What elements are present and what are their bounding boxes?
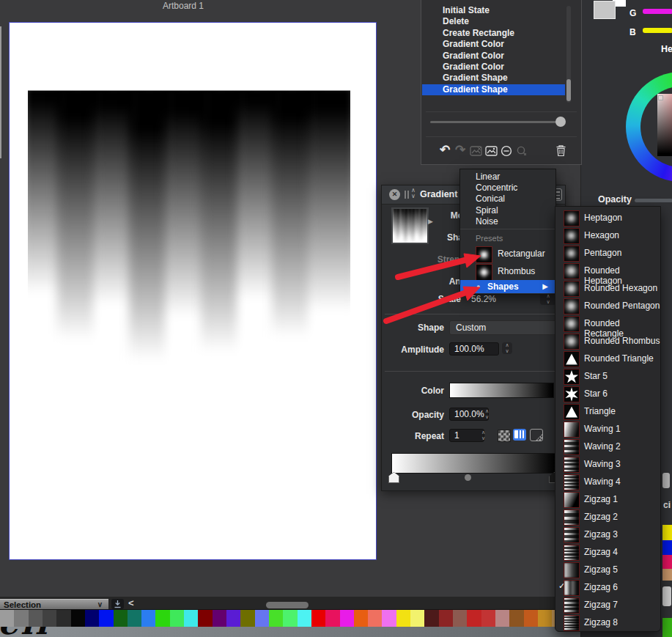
palette-swatch[interactable] xyxy=(298,610,311,627)
palette-swatch[interactable] xyxy=(170,610,184,627)
palette-swatch[interactable] xyxy=(71,610,85,627)
palette-swatch[interactable] xyxy=(538,610,552,627)
mirror-repeat-icon[interactable] xyxy=(530,429,543,441)
shapes-menu-item-star-5[interactable]: Star 5 xyxy=(555,367,660,385)
shapes-menu-item-rounded-rhombus[interactable]: Rounded Rhombus xyxy=(555,332,660,350)
shapes-menu-item-zigzag-4[interactable]: Zigzag 4 xyxy=(555,543,660,561)
undo-button[interactable]: ↶ xyxy=(438,144,451,157)
edge-palette-swatch[interactable] xyxy=(662,618,672,637)
stop-opacity-input[interactable]: 100.0% xyxy=(449,408,489,421)
history-position-slider[interactable] xyxy=(430,121,561,123)
history-item[interactable]: Create Rectangle xyxy=(422,28,565,39)
shape-type-dropdown[interactable]: Custom∨ xyxy=(449,320,566,335)
palette-swatch[interactable] xyxy=(269,610,283,627)
palette-swatch[interactable] xyxy=(524,610,538,627)
palette-swatch[interactable] xyxy=(382,610,396,627)
edge-palette-swatch[interactable] xyxy=(662,525,672,540)
palette-swatch[interactable] xyxy=(453,610,467,627)
shapes-menu-item-zigzag-7[interactable]: Zigzag 7 xyxy=(555,596,660,614)
palette-swatch[interactable] xyxy=(184,610,198,627)
history-item[interactable]: Gradient Color xyxy=(422,39,565,50)
repeat-stepper[interactable]: ∧∨ xyxy=(481,430,485,441)
shapes-menu-item-zigzag-3[interactable]: Zigzag 3 xyxy=(555,526,660,543)
history-item[interactable]: Gradient Color xyxy=(422,62,565,73)
menu-item-rectangular[interactable]: Rectangular xyxy=(460,246,555,263)
gradient-stop-handle-left[interactable] xyxy=(388,472,399,483)
shapes-menu-item-zigzag-5[interactable]: Zigzag 5 xyxy=(555,561,660,578)
shapes-menu-item-rounded-rectangle[interactable]: Rounded Rectangle xyxy=(555,314,660,332)
palette-swatch[interactable] xyxy=(255,610,269,627)
opacity-slider[interactable] xyxy=(635,199,672,202)
palette-swatch[interactable] xyxy=(509,610,523,627)
shapes-menu-item-rounded-triangle[interactable]: Rounded Triangle xyxy=(555,350,660,367)
collapse-chevrons-icon[interactable]: ∧∨ xyxy=(411,188,416,199)
horizontal-scrollbar-thumb[interactable] xyxy=(266,602,309,608)
palette-swatch[interactable] xyxy=(226,610,240,627)
panel-scrollbar-thumb[interactable] xyxy=(662,473,670,488)
palette-swatch[interactable] xyxy=(114,610,128,627)
snapshot-button[interactable] xyxy=(484,146,498,159)
shapes-menu-item-pentagon[interactable]: Pentagon xyxy=(555,244,660,262)
shapes-menu-item-waving-3[interactable]: Waving 3 xyxy=(555,455,660,473)
shapes-menu-item-rounded-pentagon[interactable]: Rounded Pentagon xyxy=(555,297,660,314)
saturation-marker[interactable] xyxy=(658,95,663,100)
menu-item-noise[interactable]: Noise xyxy=(460,216,555,227)
palette-swatch[interactable] xyxy=(0,610,14,627)
dock-down-icon[interactable] xyxy=(111,599,124,609)
palette-swatch[interactable] xyxy=(155,610,169,627)
shapes-menu-item-rounded-heptagon[interactable]: Rounded Heptagon xyxy=(555,262,660,279)
palette-swatch[interactable] xyxy=(424,610,438,627)
shapes-menu-item-zigzag-6[interactable]: ✓Zigzag 6 xyxy=(555,578,660,596)
palette-swatch[interactable] xyxy=(56,610,70,627)
shapes-menu-item-rounded-hexagon[interactable]: Rounded Hexagon xyxy=(555,279,660,297)
redo-button[interactable]: ↷ xyxy=(454,144,467,157)
palette-swatch[interactable] xyxy=(325,610,339,627)
gradient-shape-object[interactable] xyxy=(28,90,350,365)
edge-gray-element[interactable] xyxy=(662,586,671,606)
history-scrollbar-thumb[interactable] xyxy=(566,79,571,101)
history-slider-knob[interactable] xyxy=(555,117,566,127)
palette-swatch[interactable] xyxy=(311,610,325,627)
menu-item-concentric[interactable]: Concentric xyxy=(460,183,555,194)
shapes-menu-item-waving-2[interactable]: Waving 2 xyxy=(555,438,660,455)
blue-channel-slider[interactable] xyxy=(643,28,672,33)
shapes-menu-item-waving-4[interactable]: Waving 4 xyxy=(555,473,660,490)
gradient-color-bar[interactable] xyxy=(449,383,554,398)
palette-swatch[interactable] xyxy=(368,610,382,627)
palette-swatch[interactable] xyxy=(128,610,141,627)
palette-swatch[interactable] xyxy=(481,610,495,627)
shapes-menu-item-star-6[interactable]: Star 6 xyxy=(555,385,660,402)
no-repeat-icon[interactable] xyxy=(498,430,511,442)
history-item[interactable]: Initial State xyxy=(422,5,565,16)
shapes-menu-item-zigzag-1[interactable]: Zigzag 1 xyxy=(555,490,660,508)
palette-swatch[interactable] xyxy=(396,610,410,627)
menu-item-shapes[interactable]: ● Shapes ▶ xyxy=(460,280,555,293)
green-channel-slider[interactable] xyxy=(643,9,672,14)
palette-swatch[interactable] xyxy=(467,610,481,627)
palette-swatch[interactable] xyxy=(85,610,99,627)
menu-item-linear[interactable]: Linear xyxy=(460,172,555,183)
close-icon[interactable]: ✕ xyxy=(389,189,400,200)
scale-value[interactable]: 56.2% xyxy=(471,294,496,304)
delete-history-button[interactable] xyxy=(554,144,567,158)
palette-swatch[interactable] xyxy=(14,610,28,627)
remove-button[interactable] xyxy=(500,145,513,158)
history-item[interactable]: Delete xyxy=(422,16,565,27)
menu-item-spiral[interactable]: Spiral xyxy=(460,205,555,216)
palette-swatch[interactable] xyxy=(354,610,368,627)
gradient-editor-strip[interactable] xyxy=(391,453,557,474)
gradient-midpoint-handle[interactable] xyxy=(465,474,471,481)
palette-swatch[interactable] xyxy=(495,610,509,627)
shapes-menu-item-zigzag-8[interactable]: Zigzag 8 xyxy=(555,614,660,631)
history-item[interactable]: Gradient Shape xyxy=(422,73,565,84)
palette-swatch[interactable] xyxy=(240,610,254,627)
shapes-menu-item-waving-1[interactable]: Waving 1 xyxy=(555,420,660,438)
history-item[interactable]: Gradient Shape xyxy=(422,84,565,95)
repeat-input[interactable]: 1 xyxy=(449,429,484,442)
shapes-menu-item-heptagon[interactable]: Heptagon xyxy=(555,209,660,227)
opacity-stepper[interactable]: ∧∨ xyxy=(485,408,489,420)
shapes-menu-item-triangle[interactable]: Triangle xyxy=(555,402,660,420)
scale-stepper[interactable]: ∧∨ xyxy=(540,293,556,305)
edge-palette-swatch[interactable] xyxy=(662,569,672,581)
amplitude-input[interactable]: 100.0% xyxy=(449,342,499,356)
